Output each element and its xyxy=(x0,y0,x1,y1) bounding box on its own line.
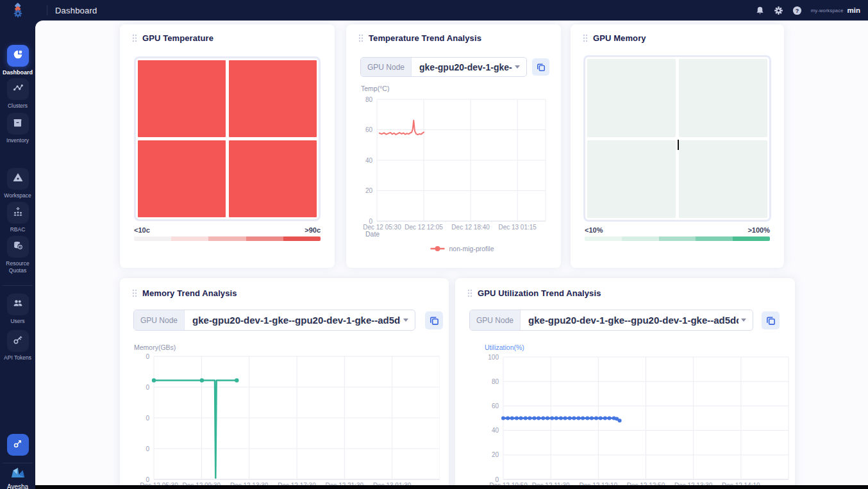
topbar-actions: ? my-workspace min xyxy=(755,5,868,15)
resource-quotas-tile xyxy=(7,236,29,258)
workspace-name[interactable]: my-workspace xyxy=(811,8,844,13)
svg-text:Dec 12 12:05: Dec 12 12:05 xyxy=(405,224,443,231)
temperature-scale-bar xyxy=(134,236,321,241)
scale-max-label: >100% xyxy=(747,226,770,234)
heatmap-cell[interactable] xyxy=(229,140,317,217)
gpu-temperature-heatmap[interactable] xyxy=(134,56,321,221)
heatmap-cell[interactable] xyxy=(229,60,317,137)
card-title: GPU Temperature xyxy=(142,33,213,43)
card-utilization-trend: GPU Utilization Trend Analysis GPU Node … xyxy=(455,278,795,489)
svg-text:Dec 12 18:40: Dec 12 18:40 xyxy=(451,224,490,231)
app-logo[interactable] xyxy=(0,3,35,18)
heatmap-cell[interactable] xyxy=(587,140,676,219)
key-icon xyxy=(12,335,23,348)
svg-text:non-mig-profile: non-mig-profile xyxy=(449,245,494,253)
temperature-trend-chart: 806040200Dec 12 05:30Dec 12 12:05Dec 12 … xyxy=(360,83,547,255)
page-title: Dashboard xyxy=(55,6,97,15)
sidebar-item-workspace[interactable]: Workspace xyxy=(0,168,35,199)
gpu-node-select-label: GPU Node xyxy=(361,58,412,76)
sidebar-item-resource-quotas[interactable]: Resource Quotas xyxy=(0,236,35,274)
avesha-layers-logo-icon xyxy=(10,3,26,18)
sidebar-item-dashboard[interactable]: Dashboard xyxy=(0,45,35,76)
launch-key-icon xyxy=(12,438,23,452)
copy-icon xyxy=(766,316,776,326)
heatmap-cell[interactable] xyxy=(587,59,676,137)
copy-button[interactable] xyxy=(532,58,549,76)
utilization-trend-chart: 100806040200Dec 12 10:50Dec 12 11:30Dec … xyxy=(473,342,794,489)
drag-handle-icon[interactable] xyxy=(358,34,363,42)
svg-text:Date: Date xyxy=(365,230,380,238)
memory-scale-labels: <10% >100% xyxy=(585,226,770,234)
svg-text:Temp(°C): Temp(°C) xyxy=(361,85,389,92)
svg-text:40: 40 xyxy=(365,157,373,164)
gpu-node-select-value: gke-gpu20-dev-1-gke--g xyxy=(412,58,512,76)
memory-scale-bar xyxy=(585,236,770,241)
drag-handle-icon[interactable] xyxy=(132,34,137,42)
scale-min-label: <10c xyxy=(134,226,150,234)
svg-text:20: 20 xyxy=(492,451,499,458)
sidebar-item-users[interactable]: Users xyxy=(0,294,35,325)
card-title: GPU Utilization Trend Analysis xyxy=(478,288,601,298)
resource-quotas-coins-icon xyxy=(12,240,24,254)
svg-text:100: 100 xyxy=(488,354,499,361)
scale-min-label: <10% xyxy=(585,226,603,234)
card-title: GPU Memory xyxy=(593,33,646,43)
sidebar-brand[interactable]: Avesha xyxy=(0,467,35,489)
copy-icon xyxy=(537,63,546,72)
drag-handle-icon[interactable] xyxy=(467,289,472,297)
notifications-bell-icon[interactable] xyxy=(755,5,765,15)
heatmap-cell[interactable] xyxy=(138,60,226,137)
pie-chart-icon xyxy=(12,49,24,63)
gpu-node-select[interactable]: GPU Node gke-gpu20-dev-1-gke--g xyxy=(360,57,527,77)
card-gpu-memory: GPU Memory <10% >100% xyxy=(571,24,784,268)
svg-text:?: ? xyxy=(796,7,799,13)
chevron-down-icon xyxy=(741,319,746,322)
svg-text:60: 60 xyxy=(492,402,499,410)
heatmap-cell[interactable] xyxy=(138,140,226,217)
svg-text:Dec 13 01:15: Dec 13 01:15 xyxy=(498,224,537,231)
help-icon[interactable]: ? xyxy=(792,5,803,15)
memory-trend-chart: 00000Dec 12 05:30Dec 12 09:30Dec 12 13:3… xyxy=(134,342,440,489)
user-name[interactable]: min xyxy=(847,6,860,14)
chevron-down-icon xyxy=(515,65,520,69)
topbar-divider xyxy=(47,5,47,15)
svg-text:0: 0 xyxy=(146,353,149,360)
temperature-scale-labels: <10c >90c xyxy=(134,226,321,234)
avesha-crown-icon xyxy=(8,467,28,482)
sidebar-item-api-tokens[interactable]: API Tokens xyxy=(0,330,35,361)
copy-icon xyxy=(430,316,439,326)
heatmap-cell[interactable] xyxy=(679,59,767,137)
rbac-people-gear-icon-tile xyxy=(7,202,29,224)
api-tokens-tile xyxy=(7,330,29,352)
svg-text:80: 80 xyxy=(492,378,499,385)
drag-handle-icon[interactable] xyxy=(132,289,137,297)
gpu-node-select-label: GPU Node xyxy=(134,310,185,330)
svg-text:40: 40 xyxy=(492,427,499,434)
clusters-tile xyxy=(7,78,29,100)
drag-handle-icon[interactable] xyxy=(583,34,588,42)
main-content: GPU Temperature <10c >90c xyxy=(35,21,868,489)
svg-text:Memory(GBs): Memory(GBs) xyxy=(134,344,176,351)
copy-button[interactable] xyxy=(762,311,780,329)
scale-max-label: >90c xyxy=(305,226,321,234)
users-tile xyxy=(7,294,29,315)
svg-text:60: 60 xyxy=(365,126,373,133)
heatmap-cell[interactable] xyxy=(679,140,767,219)
text-cursor-artifact xyxy=(678,140,679,150)
quick-access-tile xyxy=(7,434,29,456)
sidebar-quick-access[interactable] xyxy=(0,434,35,456)
gpu-memory-heatmap[interactable] xyxy=(583,55,771,222)
sidebar-item-inventory[interactable]: Inventory xyxy=(0,113,35,144)
sidebar-item-rbac[interactable]: RBAC xyxy=(0,202,35,233)
sidebar-bottom-divider xyxy=(3,463,33,463)
svg-text:Utilization(%): Utilization(%) xyxy=(485,344,524,351)
gpu-node-select[interactable]: GPU Node gke-gpu20-dev-1-gke--gpu20-dev-… xyxy=(469,310,753,331)
copy-button[interactable] xyxy=(425,311,443,329)
sidebar: Dashboard Clusters Inventory xyxy=(0,21,35,489)
svg-text:0: 0 xyxy=(146,415,149,422)
settings-gear-icon[interactable] xyxy=(774,5,784,15)
gpu-node-select[interactable]: GPU Node gke-gpu20-dev-1-gke--gpu20-dev-… xyxy=(133,310,415,331)
workspace-tile xyxy=(7,168,29,190)
card-temperature-trend: Temperature Trend Analysis GPU Node gke-… xyxy=(346,24,561,268)
sidebar-item-clusters[interactable]: Clusters xyxy=(0,78,35,110)
